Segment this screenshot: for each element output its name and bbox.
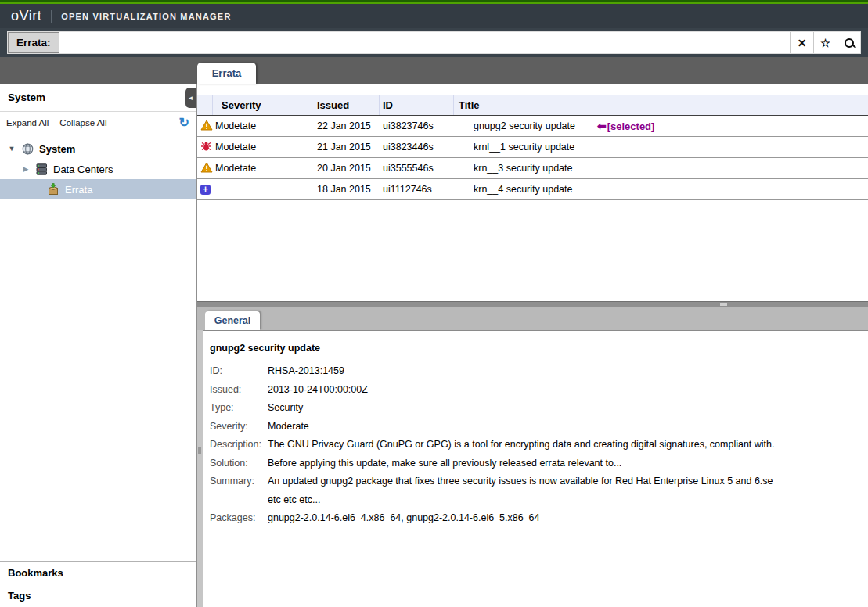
clear-search-button[interactable]: ✕ <box>790 32 813 53</box>
table-row[interactable]: 18 Jan 2015ui1112746skrn__4 security upd… <box>197 179 868 200</box>
detail-fields: ID:RHSA-2013:1459Issued:2013-10-24T00:00… <box>210 362 860 528</box>
globe-icon <box>21 143 34 155</box>
product-title: OPEN VIRTUALIZATION MANAGER <box>61 12 231 21</box>
search-input[interactable] <box>59 32 790 53</box>
table-row[interactable]: Modetate21 Jan 2015ui3823446skrnl__1 sec… <box>197 137 868 158</box>
system-tree-sidebar: System ◄ Expand All Collapse All ↻ ▼ Sys… <box>0 84 197 607</box>
col-header-title[interactable]: Title <box>454 95 868 115</box>
col-header-issued[interactable]: Issued <box>297 95 380 115</box>
field-label: Solution: <box>210 454 268 473</box>
field-value: gnupg2-2.0.14-6.el6_4.x86_64, gnupg2-2.0… <box>268 509 540 528</box>
severity-icon-cell <box>197 158 213 178</box>
horizontal-splitter[interactable] <box>197 301 868 307</box>
detail-field-row: ID:RHSA-2013:1459 <box>210 362 860 381</box>
caret-right-icon[interactable]: ▶ <box>22 165 30 173</box>
severity-cell <box>213 179 297 199</box>
search-bar: Errata: ✕ ☆ <box>0 28 868 57</box>
field-label: Description: <box>210 436 268 454</box>
id-cell: ui1112746s <box>380 179 454 199</box>
severity-icon-cell <box>197 137 213 157</box>
col-header-severity-icon[interactable] <box>197 95 213 115</box>
search-box: Errata: ✕ ☆ <box>7 31 861 54</box>
detail-field-row: etc etc etc... <box>210 491 860 510</box>
accordion-tags[interactable]: Tags <box>0 584 196 607</box>
title-cell: krn__4 security update <box>454 179 868 199</box>
selected-annotation-text: [selected] <box>607 120 655 132</box>
clear-icon: ✕ <box>798 37 807 49</box>
field-label: ID: <box>210 362 268 381</box>
splitter-handle[interactable] <box>720 304 727 306</box>
data-centers-icon <box>35 163 48 175</box>
table-body: Modetate22 Jan 2015ui3823746sgnupg2 secu… <box>197 116 868 200</box>
vertical-splitter-handle[interactable] <box>198 447 201 454</box>
field-value: etc etc etc... <box>268 491 320 510</box>
tree-item-label: Errata <box>65 184 92 196</box>
tree-item-errata[interactable]: Errata <box>0 179 196 199</box>
detail-content: gnupg2 security update ID:RHSA-2013:1459… <box>197 331 868 528</box>
search-button[interactable] <box>837 32 860 53</box>
tab-errata[interactable]: Errata <box>197 63 256 84</box>
bookmark-search-button[interactable]: ☆ <box>813 32 837 53</box>
table-row[interactable]: Modetate22 Jan 2015ui3823746sgnupg2 secu… <box>197 116 868 137</box>
detail-title: gnupg2 security update <box>210 343 860 354</box>
search-scope-label[interactable]: Errata: <box>8 32 59 53</box>
warning-icon <box>200 120 213 133</box>
selected-annotation: ⬅[selected] <box>597 120 654 132</box>
accordion-bookmarks[interactable]: Bookmarks <box>0 561 196 584</box>
severity-cell: Modetate <box>213 137 297 157</box>
tree-item-label: Data Centers <box>53 163 113 175</box>
title-cell: krnl__1 security update <box>454 137 868 157</box>
top-bar: oVirt OPEN VIRTUALIZATION MANAGER <box>0 4 868 28</box>
detail-field-row: Severity:Moderate <box>210 418 860 436</box>
field-label: Type: <box>210 399 268 418</box>
refresh-icon[interactable]: ↻ <box>179 117 189 128</box>
title-text: krn__4 security update <box>474 184 572 195</box>
sidebar-spacer <box>0 199 196 561</box>
detail-field-row: Type:Security <box>210 399 860 418</box>
sidebar-collapse-button[interactable]: ◄ <box>185 88 196 108</box>
col-header-id[interactable]: ID <box>380 95 454 115</box>
table-header-row: Severity Issued ID Title <box>197 95 868 116</box>
tree-item-label: System <box>39 143 75 155</box>
field-value: Security <box>268 399 303 418</box>
col-header-severity[interactable]: Severity <box>213 95 297 115</box>
field-label <box>210 491 268 510</box>
title-cell: gnupg2 security update⬅[selected] <box>454 116 868 136</box>
sidebar-title: System <box>8 92 45 103</box>
tree-item-data-centers[interactable]: ▶ Data Centers <box>0 159 196 179</box>
id-cell: ui3823746s <box>380 116 454 136</box>
main-pane: Severity Issued ID Title Modetate22 Jan … <box>197 84 868 607</box>
left-arrow-icon: ⬅ <box>597 120 607 132</box>
severity-cell: Modetate <box>213 158 297 178</box>
expand-all-link[interactable]: Expand All <box>6 118 49 128</box>
logo-divider <box>51 10 52 23</box>
tab-general[interactable]: General <box>205 311 260 330</box>
caret-down-icon[interactable]: ▼ <box>8 145 16 153</box>
warning-icon <box>200 162 213 175</box>
field-value: Moderate <box>268 418 309 436</box>
tree-item-system[interactable]: ▼ System <box>0 138 196 159</box>
vertical-splitter[interactable] <box>197 330 203 607</box>
issued-cell: 20 Jan 2015 <box>297 158 380 178</box>
detail-field-row: Summary: An updated gnupg2 package that … <box>210 472 860 491</box>
sidebar-header: System ◄ <box>0 84 196 112</box>
field-label: Severity: <box>210 418 268 436</box>
field-label: Summary: <box>210 472 268 491</box>
title-text: krn__3 security update <box>474 163 572 174</box>
field-label: Issued: <box>210 381 268 400</box>
detail-pane: General gnupg2 security update ID:RHSA-2… <box>197 307 868 607</box>
detail-field-row: Description:The GNU Privacy Guard (GnuPG… <box>210 436 860 454</box>
plus-icon <box>200 184 211 195</box>
title-text: krnl__1 security update <box>474 142 574 153</box>
severity-cell: Modetate <box>213 116 297 136</box>
table-row[interactable]: Modetate20 Jan 2015ui3555546skrn__3 secu… <box>197 158 868 179</box>
issued-cell: 22 Jan 2015 <box>297 116 380 136</box>
tree-toolbar: Expand All Collapse All ↻ <box>0 112 196 129</box>
collapse-all-link[interactable]: Collapse All <box>59 118 106 128</box>
field-value: RHSA-2013:1459 <box>268 362 344 381</box>
package-icon <box>47 183 59 196</box>
issued-cell: 18 Jan 2015 <box>297 179 380 199</box>
system-tree: ▼ System ▶ Data Centers Errata <box>0 138 196 199</box>
collapse-arrow-icon: ◄ <box>188 95 194 102</box>
detail-field-row: Packages:gnupg2-2.0.14-6.el6_4.x86_64, g… <box>210 509 860 528</box>
